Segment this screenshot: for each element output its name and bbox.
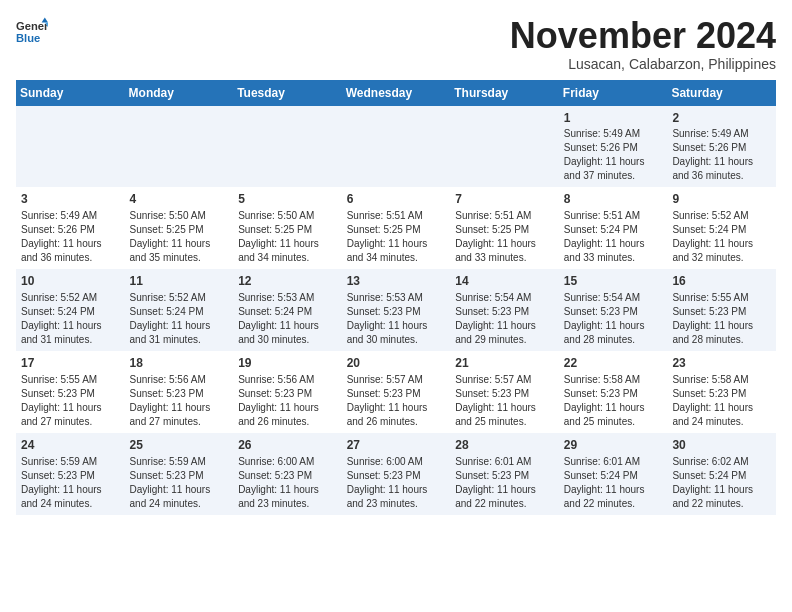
calendar-cell: 30Sunrise: 6:02 AM Sunset: 5:24 PM Dayli…	[667, 433, 776, 515]
calendar-cell	[342, 106, 451, 188]
day-number: 20	[347, 355, 446, 372]
day-number: 7	[455, 191, 554, 208]
day-info: Sunrise: 5:50 AM Sunset: 5:25 PM Dayligh…	[130, 210, 211, 263]
calendar-cell: 10Sunrise: 5:52 AM Sunset: 5:24 PM Dayli…	[16, 269, 125, 351]
day-info: Sunrise: 5:52 AM Sunset: 5:24 PM Dayligh…	[672, 210, 753, 263]
day-info: Sunrise: 5:55 AM Sunset: 5:23 PM Dayligh…	[21, 374, 102, 427]
day-info: Sunrise: 5:58 AM Sunset: 5:23 PM Dayligh…	[672, 374, 753, 427]
day-number: 28	[455, 437, 554, 454]
svg-text:Blue: Blue	[16, 32, 40, 44]
day-number: 4	[130, 191, 229, 208]
day-info: Sunrise: 6:00 AM Sunset: 5:23 PM Dayligh…	[238, 456, 319, 509]
day-info: Sunrise: 5:52 AM Sunset: 5:24 PM Dayligh…	[21, 292, 102, 345]
day-number: 18	[130, 355, 229, 372]
calendar-row: 3Sunrise: 5:49 AM Sunset: 5:26 PM Daylig…	[16, 187, 776, 269]
calendar-row: 24Sunrise: 5:59 AM Sunset: 5:23 PM Dayli…	[16, 433, 776, 515]
calendar-cell: 7Sunrise: 5:51 AM Sunset: 5:25 PM Daylig…	[450, 187, 559, 269]
calendar-cell: 19Sunrise: 5:56 AM Sunset: 5:23 PM Dayli…	[233, 351, 342, 433]
day-info: Sunrise: 5:53 AM Sunset: 5:24 PM Dayligh…	[238, 292, 319, 345]
calendar-cell: 2Sunrise: 5:49 AM Sunset: 5:26 PM Daylig…	[667, 106, 776, 188]
day-number: 26	[238, 437, 337, 454]
calendar-cell: 12Sunrise: 5:53 AM Sunset: 5:24 PM Dayli…	[233, 269, 342, 351]
day-number: 24	[21, 437, 120, 454]
day-number: 15	[564, 273, 663, 290]
header: General Blue November 2024 Lusacan, Cala…	[16, 16, 776, 72]
day-number: 9	[672, 191, 771, 208]
header-row: SundayMondayTuesdayWednesdayThursdayFrid…	[16, 80, 776, 106]
calendar-cell	[16, 106, 125, 188]
day-info: Sunrise: 5:55 AM Sunset: 5:23 PM Dayligh…	[672, 292, 753, 345]
day-info: Sunrise: 5:52 AM Sunset: 5:24 PM Dayligh…	[130, 292, 211, 345]
day-number: 2	[672, 110, 771, 127]
day-number: 22	[564, 355, 663, 372]
day-info: Sunrise: 5:57 AM Sunset: 5:23 PM Dayligh…	[455, 374, 536, 427]
calendar-cell: 22Sunrise: 5:58 AM Sunset: 5:23 PM Dayli…	[559, 351, 668, 433]
day-info: Sunrise: 5:49 AM Sunset: 5:26 PM Dayligh…	[564, 128, 645, 181]
day-info: Sunrise: 6:02 AM Sunset: 5:24 PM Dayligh…	[672, 456, 753, 509]
calendar-cell: 13Sunrise: 5:53 AM Sunset: 5:23 PM Dayli…	[342, 269, 451, 351]
day-number: 12	[238, 273, 337, 290]
calendar-cell: 25Sunrise: 5:59 AM Sunset: 5:23 PM Dayli…	[125, 433, 234, 515]
weekday-header: Sunday	[16, 80, 125, 106]
day-info: Sunrise: 5:49 AM Sunset: 5:26 PM Dayligh…	[672, 128, 753, 181]
logo: General Blue	[16, 16, 48, 48]
day-info: Sunrise: 5:53 AM Sunset: 5:23 PM Dayligh…	[347, 292, 428, 345]
calendar-row: 17Sunrise: 5:55 AM Sunset: 5:23 PM Dayli…	[16, 351, 776, 433]
weekday-header: Thursday	[450, 80, 559, 106]
day-number: 16	[672, 273, 771, 290]
calendar-cell: 24Sunrise: 5:59 AM Sunset: 5:23 PM Dayli…	[16, 433, 125, 515]
day-number: 17	[21, 355, 120, 372]
day-number: 13	[347, 273, 446, 290]
day-info: Sunrise: 5:51 AM Sunset: 5:24 PM Dayligh…	[564, 210, 645, 263]
day-number: 3	[21, 191, 120, 208]
calendar-table: SundayMondayTuesdayWednesdayThursdayFrid…	[16, 80, 776, 515]
calendar-cell: 26Sunrise: 6:00 AM Sunset: 5:23 PM Dayli…	[233, 433, 342, 515]
day-info: Sunrise: 5:50 AM Sunset: 5:25 PM Dayligh…	[238, 210, 319, 263]
calendar-row: 1Sunrise: 5:49 AM Sunset: 5:26 PM Daylig…	[16, 106, 776, 188]
calendar-cell: 27Sunrise: 6:00 AM Sunset: 5:23 PM Dayli…	[342, 433, 451, 515]
calendar-cell: 20Sunrise: 5:57 AM Sunset: 5:23 PM Dayli…	[342, 351, 451, 433]
calendar-cell: 29Sunrise: 6:01 AM Sunset: 5:24 PM Dayli…	[559, 433, 668, 515]
day-number: 8	[564, 191, 663, 208]
title-block: November 2024 Lusacan, Calabarzon, Phili…	[510, 16, 776, 72]
day-info: Sunrise: 5:57 AM Sunset: 5:23 PM Dayligh…	[347, 374, 428, 427]
day-number: 5	[238, 191, 337, 208]
calendar-cell: 23Sunrise: 5:58 AM Sunset: 5:23 PM Dayli…	[667, 351, 776, 433]
day-number: 19	[238, 355, 337, 372]
day-info: Sunrise: 5:51 AM Sunset: 5:25 PM Dayligh…	[347, 210, 428, 263]
day-number: 6	[347, 191, 446, 208]
calendar-cell: 1Sunrise: 5:49 AM Sunset: 5:26 PM Daylig…	[559, 106, 668, 188]
calendar-cell: 14Sunrise: 5:54 AM Sunset: 5:23 PM Dayli…	[450, 269, 559, 351]
calendar-cell: 16Sunrise: 5:55 AM Sunset: 5:23 PM Dayli…	[667, 269, 776, 351]
calendar-row: 10Sunrise: 5:52 AM Sunset: 5:24 PM Dayli…	[16, 269, 776, 351]
day-number: 14	[455, 273, 554, 290]
weekday-header: Saturday	[667, 80, 776, 106]
calendar-cell: 18Sunrise: 5:56 AM Sunset: 5:23 PM Dayli…	[125, 351, 234, 433]
calendar-cell: 21Sunrise: 5:57 AM Sunset: 5:23 PM Dayli…	[450, 351, 559, 433]
calendar-cell: 15Sunrise: 5:54 AM Sunset: 5:23 PM Dayli…	[559, 269, 668, 351]
calendar-cell	[450, 106, 559, 188]
calendar-cell: 5Sunrise: 5:50 AM Sunset: 5:25 PM Daylig…	[233, 187, 342, 269]
calendar-cell: 9Sunrise: 5:52 AM Sunset: 5:24 PM Daylig…	[667, 187, 776, 269]
day-info: Sunrise: 5:59 AM Sunset: 5:23 PM Dayligh…	[21, 456, 102, 509]
weekday-header: Tuesday	[233, 80, 342, 106]
day-number: 29	[564, 437, 663, 454]
day-number: 23	[672, 355, 771, 372]
day-info: Sunrise: 5:59 AM Sunset: 5:23 PM Dayligh…	[130, 456, 211, 509]
day-info: Sunrise: 6:00 AM Sunset: 5:23 PM Dayligh…	[347, 456, 428, 509]
day-number: 11	[130, 273, 229, 290]
location: Lusacan, Calabarzon, Philippines	[510, 56, 776, 72]
calendar-cell: 8Sunrise: 5:51 AM Sunset: 5:24 PM Daylig…	[559, 187, 668, 269]
day-info: Sunrise: 5:51 AM Sunset: 5:25 PM Dayligh…	[455, 210, 536, 263]
day-info: Sunrise: 5:58 AM Sunset: 5:23 PM Dayligh…	[564, 374, 645, 427]
day-info: Sunrise: 6:01 AM Sunset: 5:24 PM Dayligh…	[564, 456, 645, 509]
day-number: 25	[130, 437, 229, 454]
calendar-cell: 4Sunrise: 5:50 AM Sunset: 5:25 PM Daylig…	[125, 187, 234, 269]
weekday-header: Friday	[559, 80, 668, 106]
calendar-cell: 6Sunrise: 5:51 AM Sunset: 5:25 PM Daylig…	[342, 187, 451, 269]
day-info: Sunrise: 5:56 AM Sunset: 5:23 PM Dayligh…	[130, 374, 211, 427]
day-number: 30	[672, 437, 771, 454]
month-title: November 2024	[510, 16, 776, 56]
weekday-header: Wednesday	[342, 80, 451, 106]
day-number: 10	[21, 273, 120, 290]
